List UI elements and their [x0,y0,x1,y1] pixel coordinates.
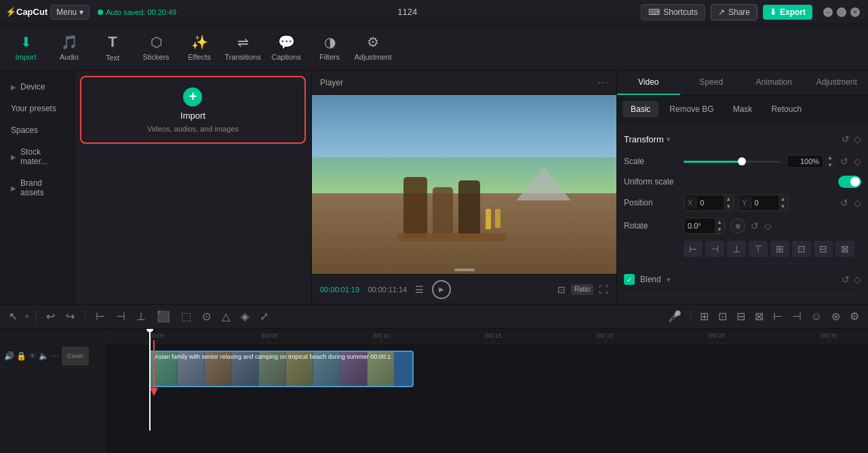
shortcuts-button[interactable]: ⌨ Shortcuts [641,4,705,20]
share-button[interactable]: ↗ Share [711,4,757,20]
blend-collapse-icon[interactable]: ▾ [667,275,671,284]
position-y-input[interactable] [751,197,778,209]
tl-tool6[interactable]: ⊣ [789,308,805,325]
sub-tab-mask[interactable]: Mask [725,101,761,117]
tool-adjustment[interactable]: ⚙ Adjustment [353,28,393,66]
export-button[interactable]: ⬇ Export [763,5,812,20]
expand-btn[interactable]: ⤢ [256,308,272,325]
fullscreen-icon[interactable]: ⛶ [599,284,608,295]
sub-tab-basic[interactable]: Basic [623,101,658,117]
tool-audio[interactable]: 🎵 Audio [49,28,90,66]
tab-video[interactable]: Video [617,71,680,95]
track-lock-btn[interactable]: 🔒 [16,351,26,361]
scale-down-btn[interactable]: ▼ [825,161,835,169]
x-down-btn[interactable]: ▼ [724,203,733,210]
scale-reset-icon[interactable]: ↺ [840,156,848,167]
video-clip[interactable]: Asian family with senior relaxing and ca… [149,351,414,387]
keyframe-transform-icon[interactable]: ◇ [854,134,861,144]
keyframe-blend-icon[interactable]: ◇ [854,274,861,285]
scale-keyframe-icon[interactable]: ◇ [854,156,861,167]
scale-thumb[interactable] [738,157,746,165]
position-x-input[interactable] [696,197,724,209]
trim-right-btn[interactable]: ⊥ [133,308,149,325]
maximize-button[interactable]: □ [837,7,846,17]
scale-input[interactable] [787,155,824,168]
tool-captions[interactable]: 💬 Captions [266,28,307,66]
tl-tool1[interactable]: ⊞ [696,308,712,325]
import-box[interactable]: + Import Videos, audios, and images [80,76,306,144]
tl-tool8[interactable]: ⊛ [828,308,844,325]
track-eye-btn[interactable]: 👁 [28,351,37,361]
y-up-btn[interactable]: ▲ [778,195,788,203]
tab-speed[interactable]: Speed [680,71,743,95]
tool-stickers[interactable]: ⬡ Stickers [136,28,176,66]
diamond-btn[interactable]: ◈ [237,308,252,325]
align-center-v-btn[interactable]: ⊞ [770,241,789,257]
sub-tab-remove-bg[interactable]: Remove BG [661,101,722,117]
position-reset-icon[interactable]: ↺ [840,197,848,208]
x-up-btn[interactable]: ▲ [724,195,733,203]
track-more-btn[interactable]: ⋯ [51,351,59,361]
align-center-h-btn[interactable]: ⊣ [705,241,724,257]
tool-effects[interactable]: ✨ Effects [179,28,220,66]
sidebar-item-spaces[interactable]: Spaces [3,120,71,140]
fullscreen-crop-icon[interactable]: ⊡ [557,284,566,295]
scale-up-btn[interactable]: ▲ [825,154,835,161]
align-extra2-btn[interactable]: ⊠ [835,241,854,257]
tl-tool3[interactable]: ⊟ [733,308,749,325]
shape-btn[interactable]: ⬚ [178,308,195,325]
tl-tool4[interactable]: ⊠ [751,308,767,325]
undo-btn[interactable]: ↩ [43,308,58,325]
align-right-btn[interactable]: ⊥ [727,241,746,257]
align-left-btn[interactable]: ⊢ [684,241,703,257]
position-keyframe-icon[interactable]: ◇ [854,197,861,208]
align-extra1-btn[interactable]: ⊟ [814,241,833,257]
player-menu-icon[interactable]: ⋯ [597,76,608,89]
crop-btn[interactable]: ⬛ [153,308,174,325]
tl-tool5[interactable]: ⊢ [770,308,786,325]
list-view-icon[interactable]: ☰ [415,284,424,295]
tool-text[interactable]: T Text [92,28,133,66]
rotate-input[interactable] [684,220,715,232]
align-bottom-btn[interactable]: ⊡ [792,241,811,257]
triangle-btn[interactable]: △ [218,308,233,325]
rotate-circle-btn[interactable]: ⊕ [730,218,745,233]
menu-button[interactable]: Menu ▾ [50,5,90,20]
minimize-button[interactable]: ─ [823,7,833,17]
tool-filters[interactable]: ◑ Filters [309,28,350,66]
tool-import[interactable]: ⬇ Import [5,28,46,66]
tab-animation[interactable]: Animation [743,71,806,95]
sub-tab-retouch[interactable]: Retouch [763,101,810,117]
rotate-down-btn[interactable]: ▼ [715,226,724,233]
playhead[interactable] [149,329,151,431]
close-button[interactable]: ✕ [850,7,860,17]
tl-tool7[interactable]: ☺ [808,309,825,325]
play-button[interactable]: ▶ [432,280,451,299]
rotate-up-btn[interactable]: ▲ [715,218,724,226]
rotate-keyframe-icon[interactable]: ◇ [764,220,772,231]
select-tool-btn[interactable]: ↖ [5,308,21,325]
track-vol-btn[interactable]: 🔈 [39,351,49,361]
sidebar-item-device[interactable]: ▶ Device [3,77,71,97]
reset-blend-icon[interactable]: ↺ [842,274,850,285]
tl-settings-btn[interactable]: ⚙ [846,308,863,325]
y-down-btn[interactable]: ▼ [778,203,788,210]
trim-left-btn[interactable]: ⊣ [113,308,129,325]
mic-btn[interactable]: 🎤 [665,308,685,325]
tab-adjustment[interactable]: Adjustment [806,71,869,95]
tl-tool2[interactable]: ⊡ [715,308,730,325]
uniform-scale-toggle[interactable] [838,176,861,188]
ratio-badge[interactable]: Ratio [571,284,593,295]
rotate-reset-icon[interactable]: ↺ [751,220,759,231]
circle-btn[interactable]: ⊙ [199,308,214,325]
sidebar-item-your-presets[interactable]: Your presets [3,98,71,119]
sidebar-item-stock-material[interactable]: ▶ Stock mater... [3,142,71,172]
blend-checkbox[interactable]: ✓ [624,274,635,285]
reset-transform-icon[interactable]: ↺ [842,134,850,144]
tool-transitions[interactable]: ⇌ Transitions [222,28,263,66]
align-top-btn[interactable]: ⊤ [749,241,768,257]
redo-btn[interactable]: ↪ [62,308,78,325]
transform-collapse-icon[interactable]: ▾ [667,135,671,144]
sidebar-item-brand-assets[interactable]: ▶ Brand assets [3,173,71,203]
track-audio-btn[interactable]: 🔊 [4,351,14,361]
